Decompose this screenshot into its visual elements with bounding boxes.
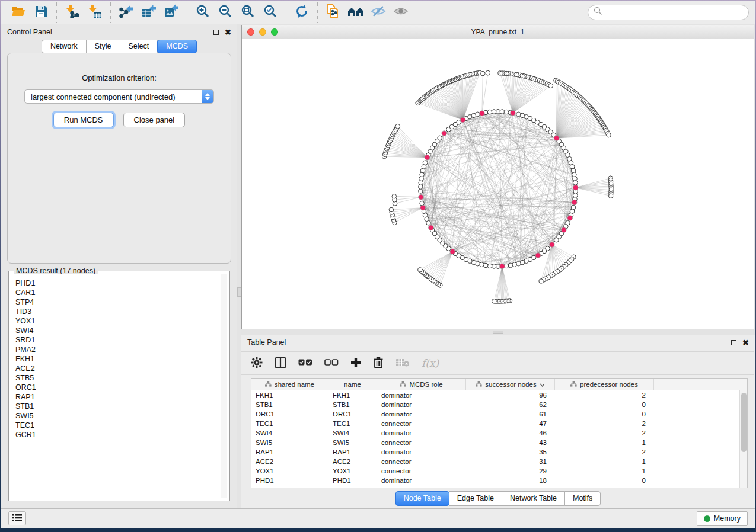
network-node[interactable]: [496, 109, 500, 114]
table-row[interactable]: FKH1FKH1dominator962: [251, 390, 739, 400]
export-network-button[interactable]: [116, 3, 136, 22]
table-row[interactable]: SWI4SWI4dominator462: [251, 428, 739, 438]
import-table-button[interactable]: [85, 3, 105, 22]
mcds-result-item[interactable]: YOX1: [15, 316, 227, 326]
column-header-name[interactable]: name: [328, 379, 377, 390]
table-scrollbar-thumb[interactable]: [741, 393, 747, 452]
network-hub-node[interactable]: [554, 136, 559, 141]
network-node[interactable]: [571, 168, 576, 173]
run-mcds-button[interactable]: Run MCDS: [53, 113, 114, 127]
network-hub-node[interactable]: [535, 253, 541, 258]
deselect-all-rows-button[interactable]: [324, 358, 339, 368]
mcds-result-item[interactable]: RAP1: [15, 392, 227, 402]
network-hub-node[interactable]: [429, 225, 434, 230]
network-leaf-node[interactable]: [607, 133, 611, 137]
duplicate-network-button[interactable]: [323, 3, 343, 22]
optimization-select[interactable]: largest connected component (undirected): [24, 89, 214, 104]
network-hub-node[interactable]: [511, 110, 516, 116]
network-node[interactable]: [504, 110, 509, 114]
window-minimize-button[interactable]: [259, 28, 266, 36]
delete-column-button[interactable]: [373, 357, 384, 370]
mcds-result-item[interactable]: GCR1: [15, 430, 227, 440]
network-window-titlebar[interactable]: YPA_prune.txt_1: [242, 25, 754, 39]
network-node[interactable]: [419, 185, 423, 190]
table-scrollbar[interactable]: [739, 390, 747, 488]
network-leaf-node[interactable]: [492, 299, 497, 304]
window-close-button[interactable]: [247, 28, 254, 36]
close-panel-button[interactable]: Close panel: [123, 113, 186, 127]
network-leaf-node[interactable]: [548, 84, 553, 88]
tab-network-table[interactable]: Network Table: [502, 491, 565, 506]
network-node[interactable]: [419, 181, 423, 185]
tab-mcds[interactable]: MCDS: [157, 40, 197, 53]
tab-edge-table[interactable]: Edge Table: [449, 491, 502, 506]
network-hub-node[interactable]: [420, 205, 426, 210]
table-row[interactable]: RAP1RAP1dominator352: [251, 447, 739, 457]
network-hub-node[interactable]: [573, 185, 578, 190]
export-table-button[interactable]: [139, 3, 159, 22]
network-leaf-node[interactable]: [481, 71, 486, 76]
network-hub-node[interactable]: [450, 249, 455, 254]
close-panel-icon[interactable]: ✖: [742, 339, 749, 347]
table-row[interactable]: TEC1TEC1connector472: [251, 419, 739, 428]
network-node[interactable]: [419, 189, 423, 194]
table-row[interactable]: YOX1YOX1connector291: [251, 466, 739, 476]
mcds-result-item[interactable]: SWI4: [15, 326, 227, 335]
open-file-button[interactable]: [8, 3, 28, 22]
column-header-successor-nodes[interactable]: successor nodes: [466, 379, 555, 390]
network-hub-node[interactable]: [442, 131, 447, 136]
show-columns-button[interactable]: [275, 357, 286, 370]
network-node[interactable]: [423, 161, 428, 165]
table-row[interactable]: SWI5SWI5connector431: [251, 438, 739, 447]
network-hub-node[interactable]: [549, 242, 554, 248]
mcds-result-item[interactable]: ORC1: [15, 383, 227, 392]
network-node[interactable]: [476, 112, 480, 117]
tab-network[interactable]: Network: [42, 40, 87, 53]
network-node[interactable]: [573, 193, 578, 198]
mcds-result-item[interactable]: TEC1: [15, 421, 227, 430]
mcds-result-item[interactable]: TID3: [15, 307, 227, 316]
network-node[interactable]: [487, 264, 492, 268]
network-node[interactable]: [419, 177, 424, 181]
close-panel-icon[interactable]: ✖: [225, 28, 231, 36]
network-node[interactable]: [573, 181, 578, 185]
mcds-result-item[interactable]: ACE2: [15, 364, 227, 373]
clear-table-button[interactable]: [395, 358, 410, 369]
memory-button[interactable]: Memory: [697, 511, 748, 526]
mcds-result-item[interactable]: SWI5: [15, 411, 227, 421]
column-header-shared-name[interactable]: shared name: [251, 379, 328, 390]
tab-style[interactable]: Style: [86, 40, 120, 53]
network-node[interactable]: [573, 177, 578, 181]
tab-node-table[interactable]: Node Table: [395, 491, 449, 506]
search-input[interactable]: [602, 8, 743, 17]
float-panel-icon[interactable]: [213, 30, 219, 35]
zoom-in-button[interactable]: [193, 3, 213, 22]
network-canvas[interactable]: [242, 39, 754, 329]
mcds-result-item[interactable]: STP4: [15, 297, 227, 307]
network-leaf-node[interactable]: [486, 70, 490, 75]
mcds-result-item[interactable]: PMA2: [15, 345, 227, 354]
network-hub-node[interactable]: [567, 216, 573, 221]
float-panel-icon[interactable]: [731, 340, 736, 345]
select-all-rows-button[interactable]: [298, 358, 312, 368]
export-image-button[interactable]: [161, 3, 181, 22]
mcds-result-item[interactable]: PHD1: [15, 278, 227, 288]
mcds-result-item[interactable]: STB1: [15, 402, 227, 411]
network-node[interactable]: [554, 238, 559, 242]
mcds-result-item[interactable]: SRD1: [15, 335, 227, 345]
network-node[interactable]: [492, 110, 496, 114]
network-leaf-node[interactable]: [392, 194, 397, 198]
column-header-MCDS-role[interactable]: MCDS role: [377, 379, 466, 390]
tab-motifs[interactable]: Motifs: [564, 491, 601, 506]
network-hub-node[interactable]: [419, 194, 424, 200]
network-leaf-node[interactable]: [608, 194, 613, 198]
mcds-result-item[interactable]: STB5: [15, 373, 227, 383]
network-hub-node[interactable]: [500, 264, 505, 269]
network-node[interactable]: [420, 201, 425, 206]
table-row[interactable]: ACE2ACE2connector311: [251, 457, 739, 466]
network-hub-node[interactable]: [572, 200, 577, 205]
network-node[interactable]: [483, 263, 488, 268]
create-column-button[interactable]: [350, 357, 361, 370]
network-node[interactable]: [508, 263, 513, 268]
network-hub-node[interactable]: [480, 111, 485, 116]
